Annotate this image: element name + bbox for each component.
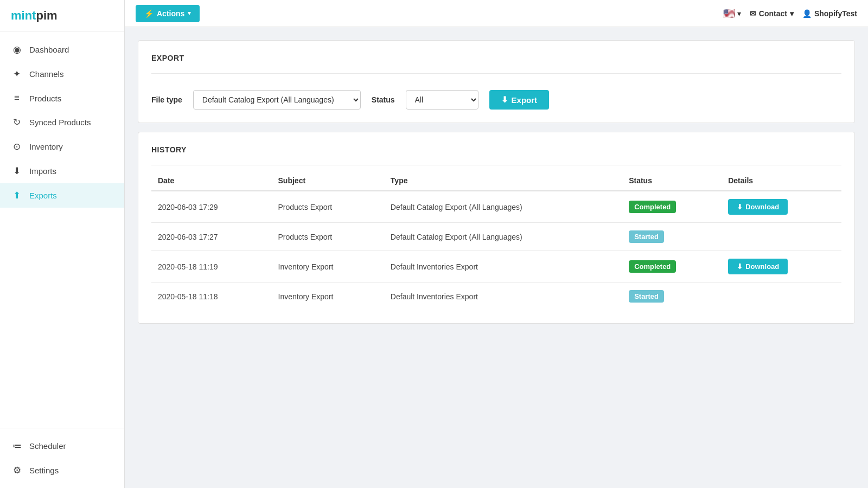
products-icon: ≡ [11,93,23,104]
history-card: HISTORY Date Subject Type Status Details… [138,132,855,324]
flag-icon: 🇺🇸 [723,8,735,20]
inventory-icon: ⊙ [11,141,23,152]
sidebar-item-label: Channels [29,69,63,79]
col-subject: Subject [272,171,384,191]
channels-icon: ✦ [11,68,23,80]
nav-items: ◉ Dashboard ✦ Channels ≡ Products ↻ Sync… [0,32,124,428]
download-icon: ⬇ [737,262,743,271]
content-area: EXPORT File type Default Catalog Export … [125,27,868,488]
cell-date: 2020-06-03 17:27 [151,223,272,251]
logo-pim: pim [36,9,57,22]
actions-label: Actions [157,9,184,18]
cell-details [722,223,841,251]
sidebar-item-label: Exports [29,191,57,200]
sidebar: mintpim ◉ Dashboard ✦ Channels ≡ Product… [0,0,125,488]
col-status: Status [622,171,722,191]
logo-mint: mint [11,9,36,22]
chevron-down-icon: ▾ [737,9,741,18]
history-title: HISTORY [151,145,841,154]
header: ⚡ Actions ▾ 🇺🇸 ▾ ✉ Contact ▾ 👤 ShopifyTe… [125,0,868,27]
header-right: 🇺🇸 ▾ ✉ Contact ▾ 👤 ShopifyTest [723,8,857,20]
exports-icon: ⬆ [11,190,23,201]
col-type: Type [384,171,622,191]
table-row: 2020-05-18 11:18 Inventory Export Defaul… [151,282,841,311]
table-row: 2020-06-03 17:27 Products Export Default… [151,223,841,251]
settings-icon: ⚙ [11,465,23,476]
cell-status: Completed [622,251,722,282]
sidebar-item-imports[interactable]: ⬇ Imports [0,159,124,183]
cell-details[interactable]: ⬇ Download [722,191,841,223]
cell-subject: Inventory Export [272,282,384,311]
export-button[interactable]: ⬇ Export [489,90,550,110]
lightning-icon: ⚡ [144,9,154,18]
cell-subject: Products Export [272,191,384,223]
chevron-down-icon: ▾ [188,10,191,17]
cell-type: Default Inventories Export [384,251,622,282]
sidebar-item-label: Products [29,94,61,103]
cell-type: Default Catalog Export (All Languages) [384,223,622,251]
cell-status: Completed [622,191,722,223]
download-icon: ⬇ [737,203,743,211]
export-button-label: Export [512,95,538,105]
scheduler-icon: ≔ [11,440,23,452]
language-selector[interactable]: 🇺🇸 ▾ [723,8,741,20]
cell-subject: Inventory Export [272,251,384,282]
user-menu[interactable]: 👤 ShopifyTest [802,9,857,18]
status-badge: Completed [629,260,676,273]
download-button[interactable]: ⬇ Download [728,259,788,274]
sidebar-item-inventory[interactable]: ⊙ Inventory [0,134,124,159]
sidebar-item-channels[interactable]: ✦ Channels [0,62,124,86]
table-row: 2020-05-18 11:19 Inventory Export Defaul… [151,251,841,282]
status-select[interactable]: All Completed Started [406,90,478,110]
cell-type: Default Catalog Export (All Languages) [384,191,622,223]
sidebar-item-dashboard[interactable]: ◉ Dashboard [0,37,124,62]
envelope-icon: ✉ [750,9,756,18]
status-badge: Completed [629,201,676,213]
export-title: EXPORT [151,54,841,62]
status-badge: Started [629,230,664,243]
download-button[interactable]: ⬇ Download [728,199,788,215]
actions-button[interactable]: ⚡ Actions ▾ [136,5,200,22]
user-icon: 👤 [802,9,812,18]
export-row: File type Default Catalog Export (All La… [151,85,841,110]
col-date: Date [151,171,272,191]
status-label: Status [372,95,395,104]
table-row: 2020-06-03 17:29 Products Export Default… [151,191,841,223]
cell-date: 2020-05-18 11:19 [151,251,272,282]
sidebar-item-synced-products[interactable]: ↻ Synced Products [0,110,124,134]
synced-products-icon: ↻ [11,117,23,128]
export-card: EXPORT File type Default Catalog Export … [138,40,855,123]
cell-date: 2020-06-03 17:29 [151,191,272,223]
sidebar-item-label: Dashboard [29,45,69,54]
cell-status: Started [622,282,722,311]
logo: mintpim [0,0,124,32]
imports-icon: ⬇ [11,165,23,177]
contact-label: Contact [759,9,787,18]
sidebar-item-label: Settings [29,466,59,475]
col-details: Details [722,171,841,191]
cell-type: Default Inventories Export [384,282,622,311]
history-table: Date Subject Type Status Details 2020-06… [151,171,841,310]
sidebar-bottom: ≔ Scheduler ⚙ Settings [0,428,124,488]
cell-date: 2020-05-18 11:18 [151,282,272,311]
status-badge: Started [629,290,664,303]
user-label: ShopifyTest [814,9,857,18]
chevron-down-icon: ▾ [790,9,794,18]
sidebar-item-scheduler[interactable]: ≔ Scheduler [0,434,124,458]
sidebar-item-label: Imports [29,166,56,176]
sidebar-item-exports[interactable]: ⬆ Exports [0,183,124,208]
download-icon: ⬇ [501,95,508,105]
cell-details [722,282,841,311]
sidebar-item-label: Inventory [29,142,63,151]
contact-button[interactable]: ✉ Contact ▾ [750,9,794,18]
sidebar-item-label: Scheduler [29,441,66,451]
cell-status: Started [622,223,722,251]
cell-subject: Products Export [272,223,384,251]
sidebar-item-label: Synced Products [29,118,91,127]
sidebar-item-settings[interactable]: ⚙ Settings [0,458,124,483]
cell-details[interactable]: ⬇ Download [722,251,841,282]
dashboard-icon: ◉ [11,44,23,55]
file-type-select[interactable]: Default Catalog Export (All Languages) C… [193,90,361,110]
file-type-label: File type [151,95,182,104]
sidebar-item-products[interactable]: ≡ Products [0,86,124,110]
